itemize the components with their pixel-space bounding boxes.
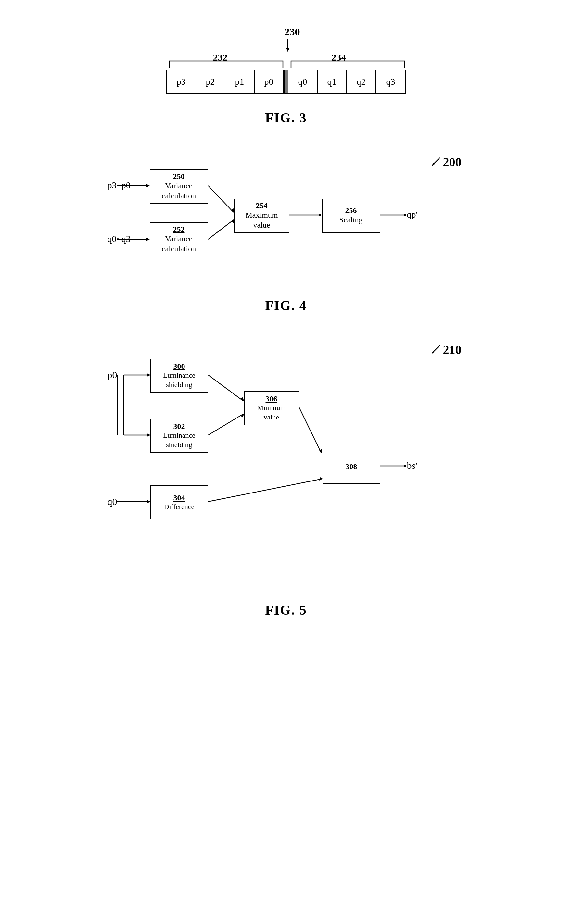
page: 230 232 234 xyxy=(0,0,572,924)
box306-num: 306 xyxy=(266,394,277,403)
box254-num: 254 xyxy=(256,201,267,210)
box-304: 304 Difference xyxy=(151,485,208,519)
svg-marker-20 xyxy=(147,433,151,437)
box308-num: 308 xyxy=(346,462,357,471)
box-300: 300 Luminanceshielding xyxy=(151,359,208,393)
fig3-section: 230 232 234 xyxy=(163,26,410,126)
cell-q3: q3 xyxy=(376,70,406,93)
corner-200: 200 xyxy=(431,155,462,169)
svg-line-21 xyxy=(208,375,243,401)
box300-num: 300 xyxy=(173,362,185,371)
boundary-cell xyxy=(284,70,288,93)
fig4-caption: FIG. 4 xyxy=(265,298,307,313)
cells-row: p3 p2 p1 p0 q0 q1 q2 q3 xyxy=(166,70,406,94)
fig4-section: p3~p0 q0~q3 250 Variancecalculation 252 … xyxy=(26,152,546,313)
box300-text: Luminanceshielding xyxy=(163,371,195,389)
box304-num: 304 xyxy=(173,493,185,502)
fig4-diagram: p3~p0 q0~q3 250 Variancecalculation 252 … xyxy=(107,152,465,282)
cell-q0: q0 xyxy=(288,70,318,93)
fig3-caption: FIG. 3 xyxy=(265,110,307,126)
box-302: 302 Luminanceshielding xyxy=(151,419,208,453)
box304-text: Difference xyxy=(164,502,194,512)
cell-q2: q2 xyxy=(347,70,376,93)
svg-marker-13 xyxy=(404,213,407,217)
svg-line-30 xyxy=(208,479,322,502)
svg-marker-33 xyxy=(404,464,407,468)
svg-marker-28 xyxy=(147,500,151,503)
box252-num: 252 xyxy=(173,225,185,234)
box252-text: Variancecalculation xyxy=(162,234,196,254)
svg-marker-11 xyxy=(319,213,322,217)
svg-line-8 xyxy=(208,220,233,239)
output-qp-label: qp' xyxy=(407,209,418,220)
box250-num: 250 xyxy=(173,172,185,181)
corner-210: 210 xyxy=(431,343,462,357)
input-p3p0-label: p3~p0 xyxy=(107,180,131,191)
svg-marker-17 xyxy=(147,374,151,377)
box306-text: Minimumvalue xyxy=(257,403,286,422)
input-q0q3-label: q0~q3 xyxy=(107,234,131,244)
svg-marker-3 xyxy=(146,184,150,187)
fig5-section: p0 300 Luminanceshielding 302 Luminances… xyxy=(26,339,546,618)
box254-text: Maximumvalue xyxy=(246,210,278,230)
svg-marker-9 xyxy=(231,219,234,223)
box250-text: Variancecalculation xyxy=(162,181,196,201)
svg-line-6 xyxy=(208,186,233,212)
svg-marker-5 xyxy=(146,238,150,241)
box-250: 250 Variancecalculation xyxy=(150,169,208,203)
box-256: 256 Scaling xyxy=(322,199,380,233)
box-308: 308 xyxy=(323,450,380,484)
box256-text: Scaling xyxy=(339,215,363,225)
cell-p2: p2 xyxy=(196,70,225,93)
box302-text: Luminanceshielding xyxy=(163,431,195,450)
output-bs-label: bs' xyxy=(407,460,417,471)
svg-line-25 xyxy=(299,408,321,453)
cell-p3: p3 xyxy=(167,70,196,93)
fig3-diagram: 230 232 234 xyxy=(163,26,410,94)
svg-line-23 xyxy=(208,414,243,435)
box256-num: 256 xyxy=(345,206,357,215)
fig5-caption: FIG. 5 xyxy=(265,602,307,618)
cell-q1: q1 xyxy=(318,70,347,93)
box302-num: 302 xyxy=(173,422,185,431)
input-p0-label: p0 xyxy=(107,369,117,380)
fig5-diagram: p0 300 Luminanceshielding 302 Luminances… xyxy=(107,339,465,586)
box-254: 254 Maximumvalue xyxy=(234,199,289,233)
svg-marker-31 xyxy=(319,477,323,481)
svg-marker-1 xyxy=(286,48,289,52)
cell-p0: p0 xyxy=(255,70,284,93)
box-252: 252 Variancecalculation xyxy=(150,222,208,256)
cell-p1: p1 xyxy=(225,70,255,93)
box-306: 306 Minimumvalue xyxy=(244,391,299,425)
input-q0-label: q0 xyxy=(107,496,117,507)
